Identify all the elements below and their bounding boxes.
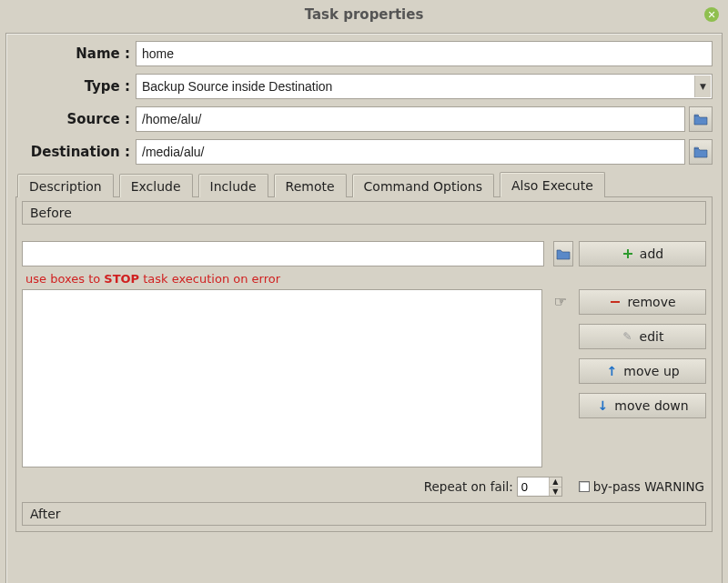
- plus-icon: [622, 247, 634, 260]
- command-row: add: [22, 241, 706, 266]
- tab-label: Description: [29, 179, 102, 194]
- destination-input[interactable]: [136, 139, 685, 165]
- list-area: ☞ remove ✎ edit ↑ move up ↓: [22, 289, 706, 467]
- checkbox-icon: [579, 481, 590, 492]
- pointer-column: ☞: [551, 289, 570, 310]
- tab-label: Command Options: [364, 179, 482, 194]
- remove-label: remove: [627, 295, 675, 309]
- row-destination: Destination :: [15, 139, 713, 165]
- tab-description[interactable]: Description: [17, 174, 114, 197]
- command-input[interactable]: [22, 241, 544, 266]
- svg-rect-0: [611, 301, 620, 303]
- repeat-on-fail-wrap: Repeat on fail: ▲ ▼: [424, 477, 562, 497]
- repeat-on-fail-spinner[interactable]: ▲ ▼: [517, 477, 562, 497]
- tab-include[interactable]: Include: [198, 174, 268, 197]
- close-icon[interactable]: ✕: [704, 7, 719, 22]
- move-up-button[interactable]: ↑ move up: [579, 358, 706, 384]
- dialog-frame: Name : Type : ▼ Source : Destination : D…: [5, 33, 723, 583]
- tab-label: Remote: [286, 179, 335, 194]
- tab-remote[interactable]: Remote: [274, 174, 347, 197]
- tab-pane-also-execute: Before add use boxes to STOP task execut…: [15, 197, 713, 532]
- add-button[interactable]: add: [579, 241, 706, 266]
- arrow-up-icon: ↑: [605, 365, 618, 377]
- command-browse-button[interactable]: [553, 241, 573, 266]
- type-select-wrap: ▼: [136, 74, 713, 99]
- add-label: add: [640, 246, 663, 261]
- after-label: After: [30, 507, 61, 521]
- hint-suffix: task execution on error: [139, 272, 280, 286]
- repeat-on-fail-label: Repeat on fail:: [424, 479, 513, 494]
- tab-command-options[interactable]: Command Options: [352, 174, 494, 197]
- stop-hint: use boxes to STOP task execution on erro…: [25, 272, 706, 286]
- source-browse-button[interactable]: [689, 106, 713, 132]
- edit-button[interactable]: ✎ edit: [579, 324, 706, 349]
- hint-strong: STOP: [104, 272, 139, 286]
- destination-label: Destination :: [15, 144, 136, 160]
- minus-icon: [609, 296, 622, 308]
- hint-prefix: use boxes to: [25, 272, 104, 286]
- move-down-button[interactable]: ↓ move down: [579, 393, 706, 418]
- source-input[interactable]: [136, 106, 685, 132]
- tab-also-execute[interactable]: Also Execute: [500, 172, 605, 197]
- hand-pointer-icon: ☞: [554, 293, 567, 310]
- spinner-up-icon[interactable]: ▲: [550, 477, 561, 488]
- destination-browse-button[interactable]: [689, 139, 713, 165]
- side-button-column: remove ✎ edit ↑ move up ↓ move down: [579, 289, 706, 418]
- spinner-down-icon[interactable]: ▼: [550, 488, 561, 497]
- row-type: Type : ▼: [15, 74, 713, 99]
- section-after-header: After: [22, 502, 706, 526]
- type-label: Type :: [15, 78, 136, 95]
- row-source: Source :: [15, 106, 713, 132]
- remove-button[interactable]: remove: [579, 289, 706, 315]
- tab-label: Exclude: [131, 179, 181, 194]
- bypass-warning-label: by-pass WARNING: [593, 479, 704, 494]
- before-footer-options: Repeat on fail: ▲ ▼ by-pass WARNING: [22, 477, 704, 497]
- tab-label: Include: [210, 179, 257, 194]
- tab-bar: Description Exclude Include Remote Comma…: [15, 172, 713, 197]
- folder-icon: [556, 247, 571, 260]
- name-input[interactable]: [136, 41, 713, 66]
- arrow-down-icon: ↓: [596, 399, 609, 412]
- bypass-warning-checkbox[interactable]: by-pass WARNING: [579, 479, 704, 494]
- edit-icon: ✎: [622, 330, 634, 343]
- folder-icon: [693, 113, 708, 126]
- move-down-label: move down: [614, 398, 688, 413]
- folder-icon: [693, 146, 708, 158]
- before-commands-list[interactable]: [22, 289, 542, 467]
- row-name: Name :: [15, 41, 713, 66]
- type-select[interactable]: [136, 74, 713, 99]
- tab-exclude[interactable]: Exclude: [119, 174, 193, 197]
- section-before-header: Before: [22, 201, 706, 225]
- name-label: Name :: [15, 45, 136, 62]
- before-label: Before: [30, 206, 72, 220]
- titlebar: Task properties ✕: [0, 0, 728, 29]
- repeat-on-fail-input[interactable]: [518, 477, 549, 496]
- tab-label: Also Execute: [511, 178, 593, 193]
- source-label: Source :: [15, 111, 136, 127]
- edit-label: edit: [640, 329, 664, 344]
- move-up-label: move up: [623, 364, 679, 378]
- window-title: Task properties: [305, 6, 424, 23]
- spinner-steppers: ▲ ▼: [549, 477, 561, 496]
